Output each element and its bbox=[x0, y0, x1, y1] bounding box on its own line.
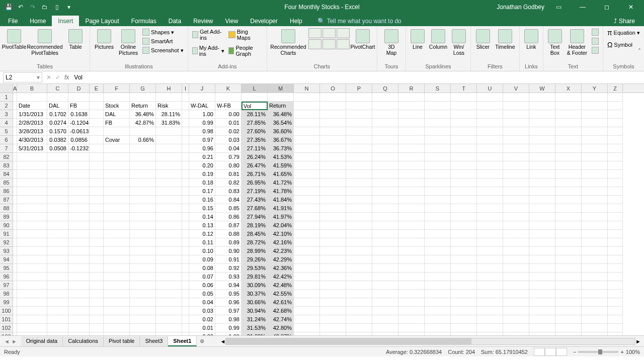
cell[interactable] bbox=[608, 221, 623, 230]
cell[interactable] bbox=[17, 187, 47, 196]
cell[interactable] bbox=[608, 332, 623, 335]
cell[interactable] bbox=[104, 144, 130, 153]
cell[interactable]: 27.35% bbox=[242, 136, 268, 144]
cell[interactable] bbox=[372, 221, 398, 230]
cell[interactable] bbox=[13, 221, 17, 230]
qat-more-icon[interactable]: ▾ bbox=[64, 3, 73, 12]
cell[interactable] bbox=[503, 230, 529, 238]
symbol-button[interactable]: Ω Symbol bbox=[606, 40, 641, 49]
maximize-icon[interactable]: ◻ bbox=[597, 0, 617, 14]
col-header-C[interactable]: C bbox=[47, 84, 68, 93]
cell[interactable] bbox=[477, 255, 503, 264]
cell[interactable] bbox=[346, 127, 372, 136]
sheet-tab-original-data[interactable]: Original data bbox=[21, 336, 63, 346]
cell[interactable] bbox=[451, 247, 477, 255]
cell[interactable] bbox=[156, 247, 182, 255]
cell[interactable] bbox=[608, 324, 623, 332]
cell[interactable] bbox=[451, 119, 477, 127]
cell[interactable] bbox=[398, 332, 425, 335]
cell[interactable] bbox=[320, 187, 346, 196]
cell[interactable] bbox=[425, 170, 451, 178]
cell[interactable] bbox=[320, 298, 346, 307]
cell[interactable] bbox=[156, 213, 182, 221]
cell[interactable] bbox=[372, 196, 398, 204]
cell[interactable] bbox=[182, 298, 189, 307]
cell[interactable] bbox=[477, 187, 503, 196]
cell[interactable] bbox=[608, 144, 623, 153]
cell[interactable] bbox=[451, 187, 477, 196]
cell[interactable]: 0.0382 bbox=[47, 136, 68, 144]
row-header[interactable]: 2 bbox=[0, 102, 13, 110]
cell[interactable] bbox=[130, 264, 156, 273]
cell[interactable] bbox=[608, 247, 623, 255]
cell[interactable] bbox=[90, 238, 104, 247]
my-addins-button[interactable]: My Add-ins ▾ bbox=[191, 44, 225, 57]
cell[interactable] bbox=[90, 170, 104, 178]
cell[interactable] bbox=[555, 273, 582, 281]
cell[interactable] bbox=[529, 153, 555, 161]
cell[interactable] bbox=[104, 221, 130, 230]
cell[interactable] bbox=[104, 247, 130, 255]
cell[interactable] bbox=[68, 315, 90, 324]
cell[interactable] bbox=[425, 196, 451, 204]
cell[interactable] bbox=[608, 307, 623, 315]
cell[interactable]: 28.11% bbox=[156, 110, 182, 119]
cell[interactable] bbox=[17, 332, 47, 335]
cell[interactable] bbox=[156, 238, 182, 247]
cell[interactable] bbox=[182, 110, 189, 119]
cell[interactable] bbox=[47, 315, 68, 324]
tab-developer[interactable]: Developer bbox=[244, 16, 284, 26]
cell[interactable] bbox=[372, 127, 398, 136]
cell[interactable] bbox=[346, 221, 372, 230]
cell[interactable] bbox=[398, 264, 425, 273]
cell[interactable] bbox=[503, 102, 529, 110]
cell[interactable]: 0.0508 bbox=[47, 144, 68, 153]
cell[interactable] bbox=[451, 221, 477, 230]
cell[interactable] bbox=[90, 273, 104, 281]
tab-formulas[interactable]: Formulas bbox=[125, 16, 163, 26]
tab-view[interactable]: View bbox=[219, 16, 245, 26]
cell[interactable] bbox=[529, 119, 555, 127]
cell[interactable] bbox=[47, 230, 68, 238]
cell[interactable] bbox=[68, 221, 90, 230]
cell[interactable] bbox=[294, 119, 320, 127]
cell[interactable]: 0.91 bbox=[215, 255, 242, 264]
cell[interactable] bbox=[13, 264, 17, 273]
cell[interactable] bbox=[503, 221, 529, 230]
cell[interactable] bbox=[13, 119, 17, 127]
col-header-M[interactable]: M bbox=[268, 84, 294, 93]
collapse-ribbon-icon[interactable]: ˄ bbox=[638, 48, 641, 55]
bing-maps-button[interactable]: Bing Maps bbox=[227, 28, 264, 41]
cell[interactable] bbox=[47, 187, 68, 196]
cell[interactable]: 0.93 bbox=[215, 273, 242, 281]
cell[interactable] bbox=[346, 170, 372, 178]
cell[interactable] bbox=[104, 204, 130, 213]
cell[interactable] bbox=[90, 153, 104, 161]
cell[interactable] bbox=[503, 178, 529, 187]
cell[interactable] bbox=[130, 281, 156, 290]
cell[interactable] bbox=[503, 119, 529, 127]
cell[interactable] bbox=[555, 187, 582, 196]
cell[interactable] bbox=[477, 110, 503, 119]
cell[interactable] bbox=[294, 281, 320, 290]
minimize-icon[interactable]: — bbox=[573, 0, 593, 14]
cell[interactable] bbox=[582, 324, 608, 332]
cell[interactable] bbox=[451, 144, 477, 153]
cell[interactable] bbox=[47, 273, 68, 281]
cell[interactable] bbox=[156, 136, 182, 144]
cell[interactable] bbox=[451, 281, 477, 290]
row-header[interactable]: 82 bbox=[0, 153, 13, 161]
cell[interactable] bbox=[477, 324, 503, 332]
cell[interactable] bbox=[477, 93, 503, 102]
cell[interactable] bbox=[90, 307, 104, 315]
cell[interactable]: 41.72% bbox=[268, 178, 294, 187]
cell[interactable] bbox=[17, 307, 47, 315]
cell[interactable]: 0.01 bbox=[215, 119, 242, 127]
cell[interactable] bbox=[182, 170, 189, 178]
cell[interactable] bbox=[529, 136, 555, 144]
cell[interactable] bbox=[17, 247, 47, 255]
cell[interactable] bbox=[582, 204, 608, 213]
cell[interactable] bbox=[346, 213, 372, 221]
cell[interactable]: 26.24% bbox=[242, 153, 268, 161]
cell[interactable] bbox=[156, 290, 182, 298]
